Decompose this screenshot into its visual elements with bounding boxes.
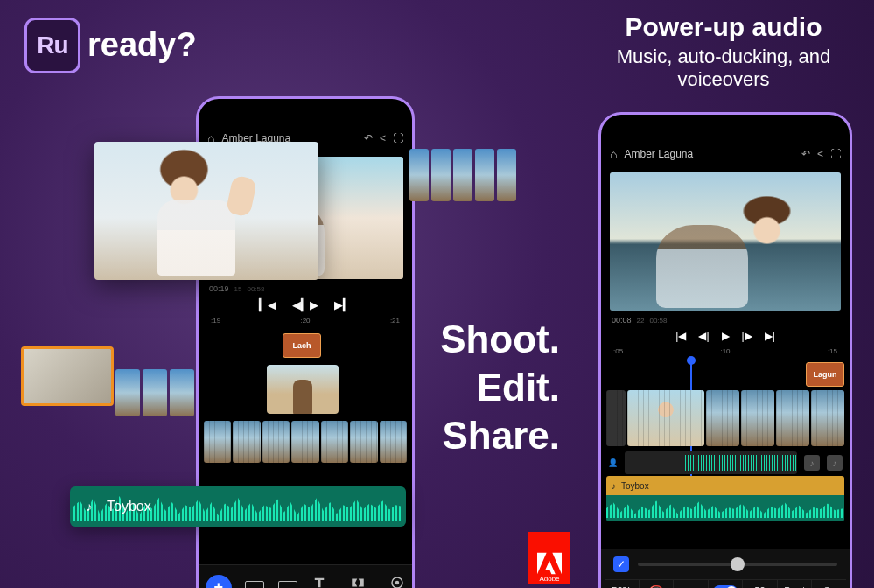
param-on[interactable]: On xyxy=(812,580,846,588)
video-clip[interactable] xyxy=(380,421,407,463)
timeline-ruler: :05 :10 :15 xyxy=(601,347,850,355)
next-clip-icon[interactable]: ▶▎ xyxy=(334,298,352,312)
skip-start-icon[interactable]: |◀ xyxy=(675,330,686,342)
tagline-line-2: Edit. xyxy=(429,363,560,411)
timeline-region[interactable]: Lach xyxy=(199,330,412,470)
project-name[interactable]: Amber Laguna xyxy=(624,148,794,160)
voiceover-track[interactable]: 👤 ♪ ♪ xyxy=(601,450,850,476)
music-note-icon: ♪ xyxy=(679,585,702,588)
timeline-region[interactable]: Lagun 👤 ♪ ♪ ♪ Toybox xyxy=(601,360,850,509)
headline-sub: Music, auto-ducking, and voiceovers xyxy=(579,46,868,91)
adobe-label: Adobe xyxy=(539,575,559,583)
time-frame: 22 xyxy=(637,317,645,325)
title-clip[interactable]: Lach xyxy=(283,333,321,358)
play-toggle-icon[interactable]: ◀▎▶ xyxy=(292,298,318,312)
headline-title: Power-up audio xyxy=(579,12,868,42)
play-icon[interactable]: ▶ xyxy=(722,330,730,342)
adobe-badge: Adobe xyxy=(528,532,570,584)
timeline-ruler: :19 :20 :21 xyxy=(199,317,412,325)
floating-filmstrip-left xyxy=(115,369,194,416)
app-bar: ⌂ Amber Laguna ↶ < ⛶ xyxy=(601,139,850,169)
selected-video-clip[interactable] xyxy=(267,365,339,414)
toggle-on-icon[interactable] xyxy=(713,585,738,588)
video-clip[interactable] xyxy=(811,390,844,446)
prev-frame-icon[interactable]: ◀| xyxy=(698,330,709,342)
tagline-line-1: Shoot. xyxy=(429,315,560,363)
time-current: 00:08 xyxy=(612,316,632,325)
video-clip[interactable] xyxy=(291,421,318,463)
toolbar-crop-icon[interactable] xyxy=(245,581,264,589)
video-clip[interactable] xyxy=(204,421,231,463)
music-note-icon: ♪ xyxy=(827,455,843,471)
audio-params-row: 50%Clip Volume 🔇Mute Clip ♪Type: Music A… xyxy=(605,579,846,588)
audio-enable-checkbox[interactable]: ✓ xyxy=(613,556,629,572)
empty-clip[interactable] xyxy=(606,390,626,446)
undo-icon[interactable]: ↶ xyxy=(364,132,373,144)
share-icon[interactable]: < xyxy=(380,132,386,144)
video-clip[interactable] xyxy=(776,390,809,446)
audio-track-name: Toybox xyxy=(621,481,649,491)
toolbar-color[interactable]: Color xyxy=(388,575,405,588)
time-frame: 15 xyxy=(234,285,242,293)
tagline: Shoot. Edit. Share. xyxy=(429,315,560,459)
param-reset[interactable]: Reset xyxy=(778,580,813,588)
time-total: 00:58 xyxy=(649,317,667,325)
time-total: 00:58 xyxy=(247,285,264,293)
toolbar-titles[interactable]: Titles xyxy=(311,575,327,588)
adobe-logo-icon xyxy=(537,552,562,575)
transport-controls: ▎◀ ◀▎▶ ▶▎ xyxy=(199,298,412,312)
time-display: 00:08 22 00:58 xyxy=(601,311,850,326)
audio-waveform[interactable] xyxy=(606,495,844,522)
share-icon[interactable]: < xyxy=(817,148,823,160)
floating-clip-thumbnail xyxy=(21,346,114,406)
prev-clip-icon[interactable]: ▎◀ xyxy=(259,298,276,312)
param-mute-clip[interactable]: 🔇Mute Clip xyxy=(640,580,675,588)
tagline-line-3: Share. xyxy=(429,411,560,459)
toolbar-layers-icon[interactable] xyxy=(278,581,297,589)
music-note-icon: ♪ xyxy=(804,455,820,471)
floating-filmstrip-right xyxy=(409,149,516,201)
video-clip[interactable] xyxy=(741,390,774,446)
fullscreen-icon[interactable]: ⛶ xyxy=(393,132,403,144)
param-auto-volume[interactable]: Auto Volume xyxy=(709,580,744,588)
undo-icon[interactable]: ↶ xyxy=(801,148,810,160)
app-icon: Ru xyxy=(24,18,80,74)
param-type-music[interactable]: ♪Type: Music xyxy=(674,580,709,588)
video-clip[interactable] xyxy=(321,421,348,463)
music-note-icon: ♪ xyxy=(80,498,98,515)
video-track[interactable] xyxy=(606,390,844,446)
video-clip[interactable] xyxy=(262,421,290,463)
video-clip[interactable] xyxy=(627,390,704,446)
volume-scrubber[interactable] xyxy=(638,563,837,566)
person-icon: 👤 xyxy=(608,458,618,467)
video-preview[interactable] xyxy=(610,172,841,311)
title-clip[interactable]: Lagun xyxy=(806,362,844,387)
headline-audio: Power-up audio Music, auto-ducking, and … xyxy=(579,12,868,91)
next-frame-icon[interactable]: |▶ xyxy=(742,330,752,342)
svg-point-1 xyxy=(395,581,399,585)
video-clip[interactable] xyxy=(350,421,377,463)
toolbar-transitions[interactable]: Transitions xyxy=(341,575,375,588)
phone-mockup-audio: ⌂ Amber Laguna ↶ < ⛶ 00:08 22 00:58 |◀ ◀… xyxy=(598,112,852,588)
waveform[interactable] xyxy=(625,452,797,474)
param-clip-volume[interactable]: 50%Clip Volume xyxy=(605,580,640,588)
add-media-button[interactable]: + xyxy=(206,575,232,589)
param-auto-duck[interactable]: 50Auto Duck xyxy=(743,580,778,588)
video-track[interactable] xyxy=(204,421,407,463)
app-icon-label: Ru xyxy=(37,32,67,60)
music-note-icon: ♪ xyxy=(612,481,616,491)
video-clip[interactable] xyxy=(233,421,260,463)
transport-controls: |◀ ◀| ▶ |▶ ▶| xyxy=(601,330,850,342)
home-icon[interactable]: ⌂ xyxy=(610,147,617,161)
audio-track-label[interactable]: ♪ Toybox xyxy=(606,476,844,495)
video-clip[interactable] xyxy=(706,390,739,446)
skip-end-icon[interactable]: ▶| xyxy=(765,330,775,342)
floating-audio-clip: ♪ Toybox xyxy=(70,486,406,527)
time-display: 00:19 15 00:58 xyxy=(199,279,412,295)
speaker-icon: 🔇 xyxy=(645,585,668,588)
bottom-toolbar: + Titles Transitions Color xyxy=(199,564,412,588)
time-current: 00:19 xyxy=(209,284,229,293)
fullscreen-icon[interactable]: ⛶ xyxy=(830,148,841,160)
ready-text: ready? xyxy=(87,26,197,64)
hero-selfie-photo xyxy=(94,142,318,280)
